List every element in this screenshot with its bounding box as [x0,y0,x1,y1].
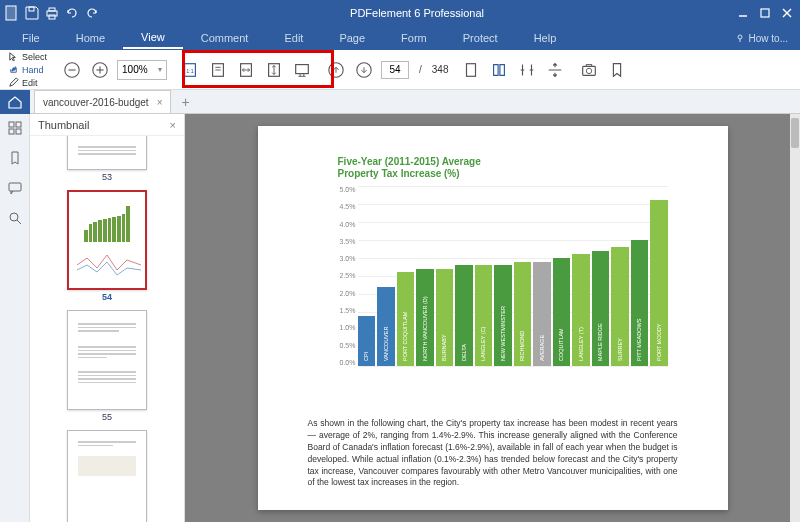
menu-home[interactable]: Home [58,28,123,48]
thumbnail-label: 55 [102,412,112,422]
svg-rect-0 [6,6,16,20]
hand-tool[interactable]: Hand [8,63,47,76]
location-icon [735,33,745,43]
svg-point-30 [587,68,592,73]
select-tool[interactable]: Select [8,50,47,63]
page-number-input[interactable]: 54 [381,61,409,79]
scrollbar-thumb[interactable] [791,118,799,148]
chart-bars: CPIVANCOUVERPORT COQUITLAMNORTH VANCOUVE… [358,186,668,366]
hand-label: Hand [22,65,44,75]
bookmarks-rail-icon[interactable] [7,150,23,166]
svg-rect-28 [467,63,476,76]
comments-rail-icon[interactable] [7,180,23,196]
document-viewport[interactable]: Five-Year (2011-2015) Average Property T… [185,114,800,522]
chevron-down-icon: ▾ [158,65,162,74]
file-tab[interactable]: vancouver-2016-budget × [34,90,171,113]
fit-width-icon[interactable] [235,59,257,81]
close-tab-icon[interactable]: × [157,97,163,108]
vertical-scrollbar[interactable] [790,114,800,522]
thumbnail-label: 54 [102,292,112,302]
quick-access-toolbar [4,5,100,21]
thumbnail-panel: Thumbnail × 53 54 55 [30,114,185,522]
svg-rect-32 [9,122,14,127]
save-icon[interactable] [24,5,40,21]
layout-group: 1:1 [173,59,319,81]
menu-page[interactable]: Page [321,28,383,48]
svg-rect-34 [9,129,14,134]
search-rail-icon[interactable] [7,210,23,226]
title-bar: PDFelement 6 Professional [0,0,800,26]
pagelayout-group [454,59,572,81]
add-tab-button[interactable]: + [175,94,195,110]
thumbnail-label: 53 [102,172,112,182]
thumbnail-item[interactable]: 55 [30,310,184,422]
menu-protect[interactable]: Protect [445,28,516,48]
thumbnail-item[interactable]: 54 [30,190,184,302]
svg-rect-36 [9,183,21,191]
fullscreen-icon[interactable] [291,59,313,81]
prev-page-button[interactable] [325,59,347,81]
thumbnail-item[interactable]: 53 [30,136,184,182]
file-tab-label: vancouver-2016-budget [43,97,149,108]
snapshot-icon[interactable] [578,59,600,81]
single-page-icon[interactable] [460,59,482,81]
page-separator: / [415,64,426,75]
bookmark-icon[interactable] [606,59,628,81]
zoom-value: 100% [122,64,148,75]
redo-icon[interactable] [84,5,100,21]
zoom-in-button[interactable] [89,59,111,81]
ribbon-toolbar: Select Hand Edit 100%▾ 1:1 54 / 348 [0,50,800,90]
close-button[interactable] [778,4,796,22]
thumbnail-list[interactable]: 53 54 55 [30,136,184,522]
svg-rect-6 [761,9,769,17]
zoom-group: 100%▾ [55,59,173,81]
continuous-icon[interactable] [488,59,510,81]
menu-form[interactable]: Form [383,28,445,48]
window-controls [734,4,796,22]
menu-help[interactable]: Help [516,28,575,48]
menu-edit[interactable]: Edit [266,28,321,48]
menu-bar: File Home View Comment Edit Page Form Pr… [0,26,800,50]
menu-view[interactable]: View [123,27,183,49]
zoom-input[interactable]: 100%▾ [117,60,167,80]
svg-rect-31 [587,64,592,66]
thumbnail-item[interactable] [30,430,184,522]
app-title: PDFelement 6 Professional [100,7,734,19]
svg-point-9 [738,35,742,39]
menu-file[interactable]: File [4,28,58,48]
svg-rect-3 [49,8,55,11]
thumbnail-panel-title: Thumbnail [38,119,89,131]
svg-text:1:1: 1:1 [186,67,193,73]
howto-link[interactable]: How to... [735,33,788,44]
fit-page-icon[interactable] [207,59,229,81]
undo-icon[interactable] [64,5,80,21]
app-icon [4,5,20,21]
two-page-icon[interactable] [516,59,538,81]
cursor-tools: Select Hand Edit [8,50,55,89]
close-panel-icon[interactable]: × [170,119,176,131]
chart: 5.0%4.5%4.0%3.5%3.0%2.5%2.0%1.5%1.0%0.5%… [328,186,678,406]
document-tabstrip: vancouver-2016-budget × + [0,90,800,114]
two-page-continuous-icon[interactable] [544,59,566,81]
nav-group: 54 / 348 [319,59,454,81]
page-content: Five-Year (2011-2015) Average Property T… [258,126,728,510]
next-page-button[interactable] [353,59,375,81]
home-tab-button[interactable] [0,90,30,114]
edit-tool[interactable]: Edit [8,76,47,89]
print-icon[interactable] [44,5,60,21]
chart-y-axis: 5.0%4.5%4.0%3.5%3.0%2.5%2.0%1.5%1.0%0.5%… [328,186,356,366]
thumbnail-panel-header: Thumbnail × [30,114,184,136]
actual-size-icon[interactable]: 1:1 [179,59,201,81]
page-total: 348 [432,64,449,75]
howto-label: How to... [749,33,788,44]
svg-rect-22 [296,64,309,73]
zoom-out-button[interactable] [61,59,83,81]
maximize-button[interactable] [756,4,774,22]
select-label: Select [22,52,47,62]
menu-comment[interactable]: Comment [183,28,267,48]
minimize-button[interactable] [734,4,752,22]
body-paragraph: As shown in the following chart, the Cit… [308,418,678,489]
fit-height-icon[interactable] [263,59,285,81]
thumbnails-rail-icon[interactable] [7,120,23,136]
svg-point-37 [10,213,18,221]
